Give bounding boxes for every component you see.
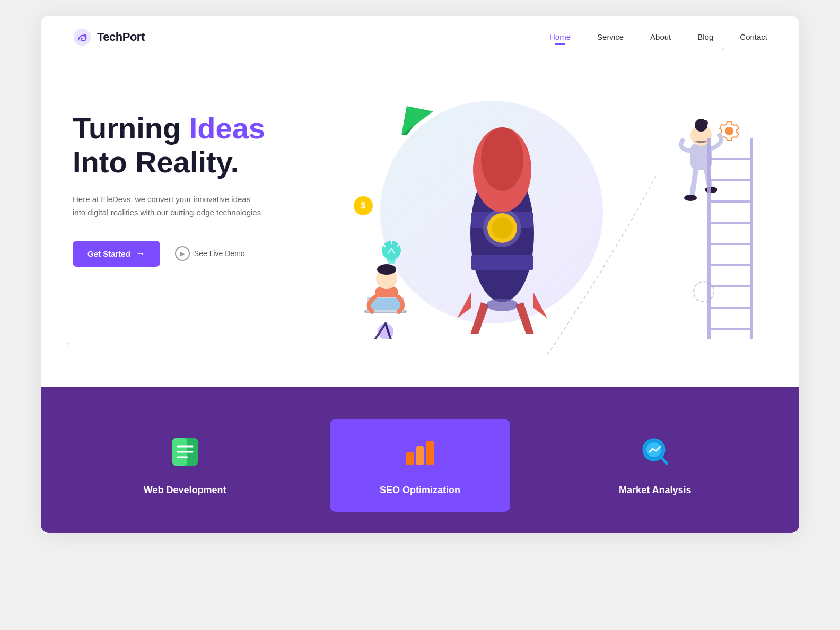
web-development-title: Web Development [144,485,226,496]
service-card-web-development[interactable]: Web Development [95,419,275,512]
services-section: Web Development SEO Optimization [41,387,799,533]
svg-line-56 [661,457,667,463]
logo-text: TechPort [97,30,145,44]
nav-link-service[interactable]: Service [597,32,624,41]
svg-point-25 [377,264,396,275]
nav-link-home[interactable]: Home [549,32,571,41]
svg-point-33 [684,195,697,201]
svg-rect-13 [471,255,533,270]
hero-subtitle: Here at EleDevs, we convert your innovat… [73,192,264,220]
market-analysis-title: Market Analysis [619,485,691,496]
play-icon: ▶ [175,246,190,261]
hero-title: Turning Ideas Into Reality. [73,111,327,180]
logo: TechPort [73,28,145,47]
hero-title-part2: Into Reality. [73,145,239,179]
nav-item-contact[interactable]: Contact [740,32,767,42]
svg-point-1 [84,34,86,37]
nav-item-blog[interactable]: Blog [697,32,713,42]
logo-icon [73,28,92,47]
svg-point-19 [486,299,518,311]
navbar: TechPort Home Service About Blog Contact… [41,16,799,58]
rocket-illustration [428,95,576,355]
seo-title: SEO Optimization [380,485,460,496]
market-analysis-icon [638,435,672,469]
main-card: TechPort Home Service About Blog Contact… [41,16,799,533]
nav-item-service[interactable]: Service [597,32,624,42]
svg-point-32 [702,120,708,126]
nav-link-blog[interactable]: Blog [697,32,713,41]
nav-link-contact[interactable]: Contact [740,32,767,41]
service-card-market-analysis[interactable]: Market Analysis [565,419,745,512]
hero-title-part1: Turning [73,111,189,145]
svg-point-16 [492,217,513,239]
hero-title-highlight: Ideas [189,111,265,145]
live-demo-label: See Live Demo [194,249,245,258]
nav-link-about[interactable]: About [650,32,671,41]
hero-illustration: $ [327,90,767,366]
svg-rect-51 [406,452,414,465]
seo-icon [403,435,437,469]
dots-bottom-left-decoration: for(let i=0;i<32;i++) document.currentSc… [67,343,124,345]
page-wrapper: TechPort Home Service About Blog Contact… [0,0,840,630]
live-demo-button[interactable]: ▶ See Live Demo [175,246,245,261]
hero-actions: Get Started → ▶ See Live Demo [73,241,327,267]
dollar-icon: $ [354,196,373,215]
nav-links: Home Service About Blog Contact [549,32,767,42]
get-started-label: Get Started [88,249,130,258]
nav-item-home[interactable]: Home [549,32,571,42]
nav-item-about[interactable]: About [650,32,671,42]
web-development-icon [168,435,202,469]
ladder-illustration [704,138,757,339]
svg-rect-52 [416,446,424,465]
hero-left: Turning Ideas Into Reality. Here at EleD… [73,90,327,267]
dots-top-right-decoration: for(let i=0;i<48;i++) document.currentSc… [722,48,778,50]
service-card-seo[interactable]: SEO Optimization [330,419,510,512]
person-laptop-illustration [348,233,433,339]
get-started-button[interactable]: Get Started → [73,241,160,267]
svg-point-18 [481,127,523,191]
svg-rect-53 [426,441,434,465]
arrow-icon: → [136,248,145,259]
svg-point-0 [74,29,91,46]
hero-section: Turning Ideas Into Reality. Here at EleD… [41,58,799,387]
